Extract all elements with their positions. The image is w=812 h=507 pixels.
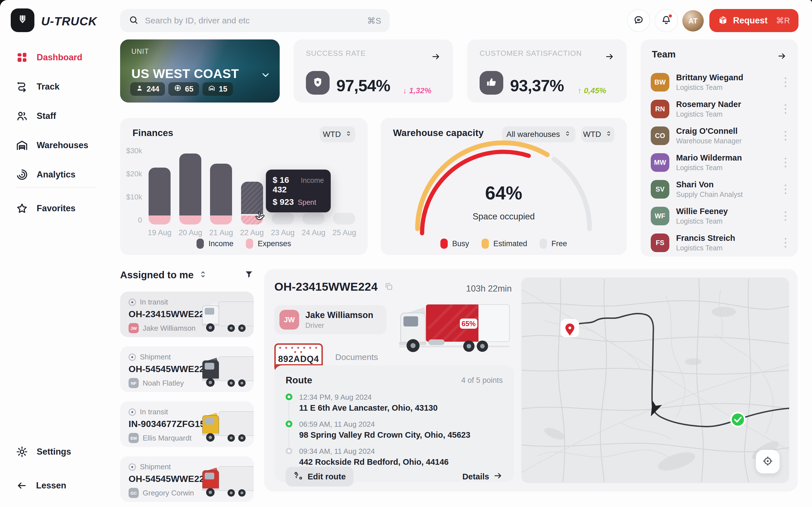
stop-dot xyxy=(286,393,292,400)
avatar: SV xyxy=(651,180,669,199)
finance-bar[interactable] xyxy=(303,213,324,224)
team-title: Team xyxy=(652,49,676,60)
chat-button[interactable] xyxy=(627,9,650,32)
finance-bar[interactable] xyxy=(333,213,355,224)
locate-button[interactable] xyxy=(756,450,779,473)
request-shortcut: ⌘R xyxy=(776,16,790,25)
team-member-row[interactable]: FS Francis StreichLogistics Team xyxy=(651,229,791,256)
search-shortcut: ⌘S xyxy=(367,16,381,25)
finance-bar[interactable] xyxy=(272,213,294,224)
user-avatar[interactable]: AT xyxy=(682,10,704,32)
kebab-menu[interactable] xyxy=(780,238,791,247)
arrow-right-icon xyxy=(493,471,503,483)
assigned-shipment-card[interactable]: Shipment OH-54545WWE224 GCGregory Corwin xyxy=(120,456,254,502)
person-icon xyxy=(136,84,143,94)
chart-tooltip: $ 16 432Income $ 923Spent xyxy=(266,170,331,212)
route-stop: 12:34 PM, 9 Aug 202411 E 6th Ave Lancast… xyxy=(286,393,503,413)
copy-icon[interactable] xyxy=(384,282,394,292)
shipment-detail-panel: OH-23415WWE224 103h 22min JW Jake Willia… xyxy=(264,269,798,492)
team-member-row[interactable]: BW Brittany WiegandLogistics Team xyxy=(651,69,791,96)
arrow-right-icon[interactable] xyxy=(431,52,441,62)
team-member-row[interactable]: CO Craig O'ConnellWarehouse Manager xyxy=(651,122,791,149)
track-icon xyxy=(16,80,28,93)
filter-icon[interactable] xyxy=(244,270,254,280)
brand-logo xyxy=(11,8,35,32)
sidebar-collapse[interactable]: Lessen xyxy=(16,478,66,494)
unit-stat-pill: 65 xyxy=(168,82,199,96)
cursor-pointer xyxy=(254,211,267,226)
assigned-shipment-card[interactable]: Shipment OH-54545WWE224 NFNoah Flatley xyxy=(120,346,254,392)
kpi-delta: ↓ 1,32% xyxy=(403,86,432,95)
stop-address: 98 Spring Valley Rd Crown City, Ohio, 45… xyxy=(299,431,470,440)
sidebar-item-analytics[interactable]: Analytics xyxy=(16,167,75,182)
gear-icon xyxy=(16,446,28,458)
y-axis-tick: $30k xyxy=(120,147,142,155)
team-member-row[interactable]: MW Mario WildermanLogistics Team xyxy=(651,149,791,176)
kebab-menu[interactable] xyxy=(780,158,791,167)
kebab-menu[interactable] xyxy=(780,104,791,114)
y-axis-tick: 0 xyxy=(120,216,142,224)
driver-chip[interactable]: JW Jake Williamson Driver xyxy=(274,305,387,334)
avatar: NF xyxy=(129,378,139,388)
arrow-right-icon[interactable] xyxy=(605,52,614,62)
shipment-id: OH-54545WWE224 xyxy=(129,364,209,374)
kebab-menu[interactable] xyxy=(780,131,791,140)
request-button[interactable]: Request ⌘R xyxy=(709,9,799,32)
sort-icon[interactable] xyxy=(199,270,207,280)
driver-name: Gregory Corwin xyxy=(143,489,194,497)
edit-route-button[interactable]: Edit route xyxy=(286,467,354,487)
assigned-shipment-card[interactable]: In transit OH-23415WWE224 JWJake William… xyxy=(120,291,254,337)
map-canvas xyxy=(521,277,789,483)
sidebar-item-settings[interactable]: Settings xyxy=(16,444,71,460)
kebab-menu[interactable] xyxy=(780,184,791,194)
sidebar-item-warehouses[interactable]: Warehouses xyxy=(16,137,88,153)
unit-stat-pill: 15 xyxy=(202,82,233,96)
driver-name: Ellis Marquardt xyxy=(143,434,192,443)
finances-panel: Finances WTD $30k$20k$10k019 Aug20 Aug21… xyxy=(120,118,368,255)
details-link[interactable]: Details xyxy=(462,471,503,483)
kebab-menu[interactable] xyxy=(780,77,791,87)
member-name: Francis Streich xyxy=(676,233,735,243)
route-map[interactable] xyxy=(521,277,789,483)
warehouse-legend: BusyEstimatedFree xyxy=(380,238,627,249)
driver-role: Driver xyxy=(305,321,373,330)
member-role: Supply Chain Analyst xyxy=(676,190,743,199)
assigned-title: Assigned to me xyxy=(120,269,194,281)
warehouses-icon xyxy=(16,139,28,152)
stop-dot xyxy=(286,420,292,427)
finance-bar[interactable] xyxy=(149,168,170,224)
legend-item: Estimated xyxy=(481,238,527,249)
kebab-menu[interactable] xyxy=(780,211,791,221)
brand-name: U-TRUCK xyxy=(41,15,97,28)
sidebar-item-staff[interactable]: Staff xyxy=(16,108,56,124)
member-name: Craig O'Connell xyxy=(676,126,742,136)
team-member-row[interactable]: SV Shari VonSupply Chain Analyst xyxy=(651,176,791,203)
arrow-left-icon xyxy=(16,480,28,492)
notifications-button[interactable] xyxy=(655,9,678,32)
documents-link[interactable]: Documents xyxy=(335,352,378,362)
route-edit-icon xyxy=(294,471,303,483)
member-role: Warehouse Manager xyxy=(676,137,742,145)
assigned-shipment-card[interactable]: In transit IN-9034677ZFG154 EMEllis Marq… xyxy=(120,401,254,447)
shipment-duration: 103h 22min xyxy=(466,284,512,294)
sidebar-item-favorites[interactable]: Favorites xyxy=(16,201,75,216)
team-member-row[interactable]: RN Rosemary NaderLogistics Team xyxy=(651,96,791,122)
member-name: Rosemary Nader xyxy=(676,100,741,109)
avatar: MW xyxy=(651,153,669,172)
search-input[interactable]: Search by ID, driver and etc ⌘S xyxy=(120,9,390,32)
shipment-id: OH-54545WWE224 xyxy=(129,474,209,484)
sidebar-item-dashboard[interactable]: Dashboard xyxy=(16,50,82,65)
avatar: GC xyxy=(129,488,139,498)
finance-bar[interactable] xyxy=(179,154,201,224)
member-name: Brittany Wiegand xyxy=(676,73,743,82)
legend-item: Busy xyxy=(441,238,469,249)
chevron-down-icon[interactable] xyxy=(260,69,271,82)
finance-bar[interactable] xyxy=(210,164,232,224)
truck-image: 65% xyxy=(397,295,512,356)
team-member-row[interactable]: WF Willie FeeneyLogistics Team xyxy=(651,203,791,229)
avatar: FS xyxy=(651,233,669,252)
arrow-right-icon[interactable] xyxy=(777,51,786,62)
app-window: U-TRUCK Search by ID, driver and etc ⌘S … xyxy=(0,0,812,507)
unit-card[interactable]: UNIT US WEST COAST 244 65 15 xyxy=(120,40,280,103)
sidebar-item-track[interactable]: Track xyxy=(16,79,59,95)
